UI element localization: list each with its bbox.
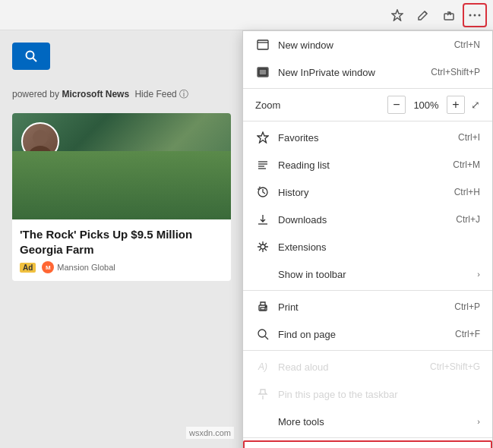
menu-item-inprivate[interactable]: New InPrivate window Ctrl+Shift+P xyxy=(243,58,492,86)
history-shortcut: Ctrl+H xyxy=(454,187,480,197)
share-toolbar-btn[interactable] xyxy=(437,3,461,27)
divider-3 xyxy=(243,290,492,291)
menu-item-read-aloud: A) Read aloud Ctrl+Shift+G xyxy=(243,353,492,380)
divider-2 xyxy=(243,121,492,121)
powered-by: powered by Microsoft News Hide Feed ⓘ xyxy=(0,82,243,107)
svg-point-5 xyxy=(479,14,481,16)
news-card-body: 'The Rock' Picks Up $9.5 Million Georgia… xyxy=(12,219,231,281)
show-toolbar-label: Show in toolbar xyxy=(278,269,471,280)
new-window-label: New window xyxy=(278,39,448,51)
favorites-label: Favorites xyxy=(278,132,452,144)
zoom-expand-icon[interactable]: ⤢ xyxy=(471,99,480,111)
extensions-icon xyxy=(255,239,270,254)
dropdown-menu: New window Ctrl+N New InPrivate window C… xyxy=(242,30,493,448)
news-landscape xyxy=(12,151,231,219)
zoom-increase-btn[interactable]: + xyxy=(447,96,465,114)
svg-marker-14 xyxy=(258,132,268,143)
favorites-shortcut: Ctrl+I xyxy=(458,132,480,143)
print-shortcut: Ctrl+P xyxy=(454,301,480,312)
menu-item-more-tools[interactable]: More tools › xyxy=(243,408,492,435)
page-background: powered by Microsoft News Hide Feed ⓘ 'T… xyxy=(0,30,243,448)
menu-item-new-window[interactable]: New window Ctrl+N xyxy=(243,31,492,58)
search-box xyxy=(12,43,50,70)
print-label: Print xyxy=(278,301,448,313)
show-toolbar-icon xyxy=(255,267,270,282)
news-card[interactable]: 'The Rock' Picks Up $9.5 Million Georgia… xyxy=(12,113,231,281)
new-window-icon xyxy=(255,37,270,52)
find-label: Find on page xyxy=(278,329,449,340)
svg-point-3 xyxy=(469,14,472,16)
menu-item-extensions[interactable]: Extensions xyxy=(243,233,492,260)
zoom-decrease-btn[interactable]: − xyxy=(387,96,406,114)
news-title: 'The Rock' Picks Up $9.5 Million Georgia… xyxy=(20,227,223,257)
svg-line-1 xyxy=(425,11,427,14)
watermark: wsxdn.com xyxy=(186,427,234,439)
more-tools-icon xyxy=(255,414,270,429)
history-label: History xyxy=(278,187,448,198)
favorites-toolbar-btn[interactable] xyxy=(385,3,409,27)
toolbar-icons xyxy=(385,3,487,27)
more-tools-arrow: › xyxy=(477,417,480,426)
divider-5 xyxy=(243,437,492,438)
svg-rect-23 xyxy=(261,308,265,310)
menu-item-history[interactable]: History Ctrl+H xyxy=(243,178,492,206)
svg-marker-0 xyxy=(392,10,403,21)
pin-taskbar-icon xyxy=(255,386,270,402)
reading-list-icon xyxy=(255,157,270,172)
favorites-icon xyxy=(255,130,270,145)
svg-point-6 xyxy=(27,52,34,59)
zoom-label: Zoom xyxy=(255,99,387,111)
zoom-controls: − 100% + xyxy=(387,96,465,114)
browser-toolbar xyxy=(0,0,493,30)
new-window-shortcut: Ctrl+N xyxy=(454,39,480,50)
more-tools-label: More tools xyxy=(278,416,471,427)
menu-item-show-toolbar[interactable]: Show in toolbar › xyxy=(243,260,492,288)
menu-item-favorites[interactable]: Favorites Ctrl+I xyxy=(243,124,492,151)
read-aloud-label: Read aloud xyxy=(278,361,424,373)
extensions-label: Extensions xyxy=(278,241,480,253)
menu-item-reading-list[interactable]: Reading list Ctrl+M xyxy=(243,151,492,178)
history-icon xyxy=(255,185,270,200)
svg-rect-13 xyxy=(259,69,267,75)
news-card-image xyxy=(12,113,231,219)
svg-point-8 xyxy=(33,130,48,145)
svg-rect-10 xyxy=(258,40,268,49)
reading-list-shortcut: Ctrl+M xyxy=(453,159,480,170)
read-aloud-shortcut: Ctrl+Shift+G xyxy=(430,361,480,372)
find-shortcut: Ctrl+F xyxy=(455,329,480,339)
menu-item-downloads[interactable]: Downloads Ctrl+J xyxy=(243,206,492,233)
pen-toolbar-btn[interactable] xyxy=(411,3,435,27)
ad-source-name: Mansion Global xyxy=(57,263,115,272)
downloads-icon xyxy=(255,212,270,227)
downloads-shortcut: Ctrl+J xyxy=(456,214,480,225)
svg-rect-2 xyxy=(444,14,453,20)
menu-item-pin-taskbar: Pin this page to the taskbar xyxy=(243,380,492,408)
downloads-label: Downloads xyxy=(278,214,450,226)
svg-point-4 xyxy=(474,14,476,16)
inprivate-shortcut: Ctrl+Shift+P xyxy=(431,67,480,77)
svg-point-24 xyxy=(265,306,267,308)
svg-line-7 xyxy=(33,58,37,62)
print-icon xyxy=(255,299,270,314)
divider-1 xyxy=(243,88,492,89)
ad-label: Ad xyxy=(20,263,36,273)
inprivate-label: New InPrivate window xyxy=(278,67,425,78)
zoom-value: 100% xyxy=(412,99,441,111)
svg-line-26 xyxy=(265,336,268,339)
menu-item-settings[interactable]: Settings xyxy=(243,440,492,448)
divider-4 xyxy=(243,350,492,351)
svg-point-25 xyxy=(258,330,266,337)
inprivate-icon xyxy=(255,65,270,80)
show-toolbar-arrow: › xyxy=(477,270,480,279)
source-icon: M xyxy=(42,261,54,273)
find-icon xyxy=(255,327,270,342)
menu-item-find[interactable]: Find on page Ctrl+F xyxy=(243,320,492,348)
menu-item-print[interactable]: Print Ctrl+P xyxy=(243,293,492,320)
reading-list-label: Reading list xyxy=(278,159,447,171)
zoom-row: Zoom − 100% + ⤢ xyxy=(243,91,492,118)
more-toolbar-btn[interactable] xyxy=(463,3,487,27)
ad-source: Ad M Mansion Global xyxy=(20,261,223,273)
pin-taskbar-label: Pin this page to the taskbar xyxy=(278,389,480,400)
read-aloud-icon: A) xyxy=(255,359,270,374)
